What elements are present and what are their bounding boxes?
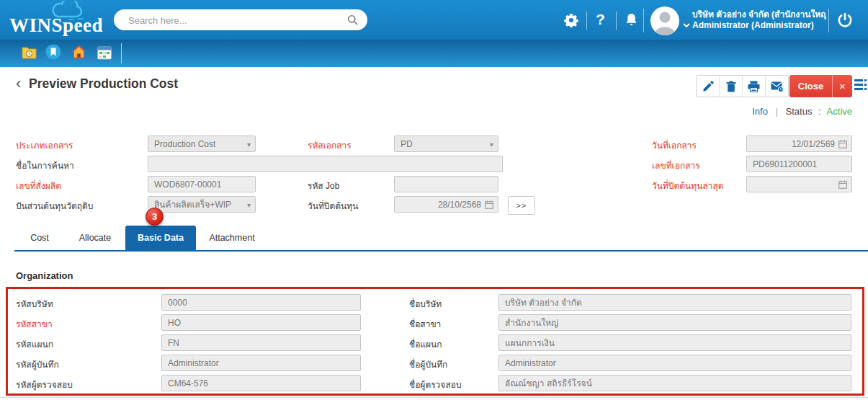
company-name-label: ชื่อบริษัท — [409, 297, 442, 311]
help-icon[interactable]: ? — [596, 11, 605, 28]
user-info[interactable]: บริษัท ตัวอย่าง จำกัด (สำนักงานใหญ่) Adm… — [692, 9, 826, 31]
close-date-input[interactable]: 28/10/2568 — [394, 196, 498, 213]
branch-name-input[interactable] — [498, 314, 851, 331]
menu-item-warehouse-management[interactable]: Warehouse Management — [589, 88, 699, 99]
dropdown-caret-icon — [247, 200, 251, 210]
nav-divider — [121, 43, 122, 63]
close-date-label: วันที่ปิดต้นทุน — [308, 199, 358, 213]
department-code-label: รหัสแผนก — [16, 337, 53, 351]
back-chevron-icon[interactable]: ‹ — [16, 74, 21, 93]
header-divider — [616, 12, 617, 30]
chevron-down-icon[interactable] — [683, 18, 690, 31]
auditor-code-input[interactable] — [161, 375, 361, 391]
close-button-label: Close — [789, 75, 832, 97]
status-divider: | — [776, 106, 778, 117]
recorder-name-label: ชื่อผู้บันทึก — [409, 357, 447, 371]
last-close-date-label: วันที่ปิดต้นทุนล่าสุด — [652, 179, 724, 192]
search-input[interactable] — [127, 10, 346, 30]
bottom-divider — [0, 397, 868, 398]
recorder-name-input[interactable] — [498, 355, 851, 371]
auditor-name-input[interactable] — [498, 375, 851, 391]
dropdown-caret-icon — [247, 139, 251, 149]
calendar-icon[interactable] — [838, 180, 847, 189]
header-divider — [828, 9, 829, 32]
doc-no-input[interactable] — [746, 156, 852, 172]
doc-code-label: รหัสเอกสาร — [308, 138, 352, 152]
doc-code-value: PD — [401, 139, 413, 149]
global-search — [114, 9, 367, 30]
job-code-label: รหัส Job — [308, 179, 339, 192]
doc-type-value: Production Cost — [154, 139, 215, 149]
gear-icon[interactable] — [564, 13, 578, 30]
recent-folder-icon[interactable] — [22, 45, 37, 62]
user-company: บริษัท ตัวอย่าง จำกัด (สำนักงานใหญ่) — [692, 9, 826, 20]
doc-date-label: วันที่เอกสาร — [652, 138, 697, 152]
action-button-group — [696, 75, 789, 97]
recorder-code-input[interactable] — [161, 355, 361, 371]
app-logo: WINSpeed — [9, 14, 103, 37]
department-code-input[interactable] — [161, 334, 361, 351]
job-code-input[interactable] — [394, 176, 498, 192]
menu-item-company-manager[interactable]: Company Manager — [247, 88, 331, 99]
tab-cost[interactable]: Cost — [14, 226, 65, 250]
auditor-name-label: ชื่อผู้ตรวจสอบ — [409, 378, 462, 391]
close-date-value: 28/10/2568 — [401, 200, 481, 210]
user-name: Administrator (Administrator) — [692, 20, 826, 31]
company-name-input[interactable] — [498, 294, 851, 311]
menu-item-customer-sales[interactable]: Customer and Sales — [480, 88, 570, 99]
header-divider — [586, 12, 587, 30]
last-close-date-input[interactable] — [746, 176, 852, 192]
close-x-icon[interactable]: × — [832, 75, 852, 97]
main-nav-bar: System Management Company Manager Vendor… — [0, 40, 868, 67]
prod-order-input[interactable] — [148, 176, 256, 192]
search-icon[interactable] — [347, 14, 358, 28]
tab-underline — [14, 250, 868, 252]
doc-code-dropdown[interactable]: PD — [394, 135, 498, 152]
top-header-bar: WINSpeed ? บริษัท ตัวอย่าง จำกัด (สำนักง… — [0, 0, 868, 40]
material-alloc-dropdown[interactable]: สินค้าผลิตเสร็จ+WIP — [148, 196, 256, 213]
calendar-app-icon[interactable] — [97, 45, 112, 63]
info-link[interactable]: Info — [752, 106, 768, 117]
branch-code-label: รหัสสาขา — [16, 317, 53, 331]
search-name-input[interactable] — [148, 156, 503, 172]
annotation-badge-3: 3 — [146, 208, 164, 226]
tab-basic-data[interactable]: Basic Data — [125, 226, 196, 250]
calendar-icon[interactable] — [485, 200, 493, 209]
edit-button[interactable] — [697, 76, 719, 97]
page-title: Preview Production Cost — [29, 76, 178, 92]
branch-name-label: ชื่อสาขา — [409, 317, 441, 331]
send-mail-button[interactable] — [765, 76, 788, 97]
print-button[interactable] — [742, 76, 765, 97]
doc-date-value: 12/01/2569 — [753, 139, 835, 149]
company-code-label: รหัสบริษัท — [16, 297, 53, 311]
organization-section-title: Organization — [16, 270, 73, 281]
menu-item-vendor-procurement[interactable]: Vendor and Procurement — [350, 88, 462, 99]
department-name-label: ชื่อแผนก — [409, 337, 442, 351]
department-name-input[interactable] — [498, 334, 851, 351]
tab-attachment[interactable]: Attachment — [196, 226, 268, 250]
bell-icon[interactable] — [625, 12, 638, 30]
home-icon[interactable] — [71, 45, 86, 62]
doc-date-input[interactable]: 12/01/2569 — [746, 135, 852, 152]
menu-lines-icon[interactable] — [854, 79, 867, 92]
tab-allocate[interactable]: Allocate — [65, 226, 125, 250]
power-icon[interactable] — [836, 12, 854, 32]
header-divider — [643, 9, 644, 32]
dropdown-caret-icon — [490, 139, 493, 149]
more-options-button[interactable]: >> — [508, 196, 535, 215]
calendar-icon[interactable] — [838, 140, 847, 148]
status-label: Status — [786, 106, 813, 117]
avatar[interactable] — [650, 6, 679, 35]
bookmark-icon[interactable] — [45, 44, 61, 63]
search-name-label: ชื่อในการค้นหา — [16, 159, 74, 172]
branch-code-input[interactable] — [161, 314, 361, 331]
prod-order-label: เลขที่สั่งผลิต — [16, 179, 61, 192]
organization-highlight-box: รหัสบริษัท ชื่อบริษัท รหัสสาขา ชื่อสาขา … — [6, 287, 864, 396]
material-alloc-value: สินค้าผลิตเสร็จ+WIP — [154, 197, 231, 211]
company-code-input[interactable] — [161, 294, 361, 311]
winspeed-app: WINSpeed ? บริษัท ตัวอย่าง จำกัด (สำนักง… — [0, 0, 868, 400]
doc-type-dropdown[interactable]: Production Cost — [148, 135, 256, 152]
recorder-code-label: รหัสผู้บันทึก — [16, 357, 59, 371]
delete-button[interactable] — [719, 76, 742, 97]
close-button[interactable]: Close × — [789, 75, 852, 97]
